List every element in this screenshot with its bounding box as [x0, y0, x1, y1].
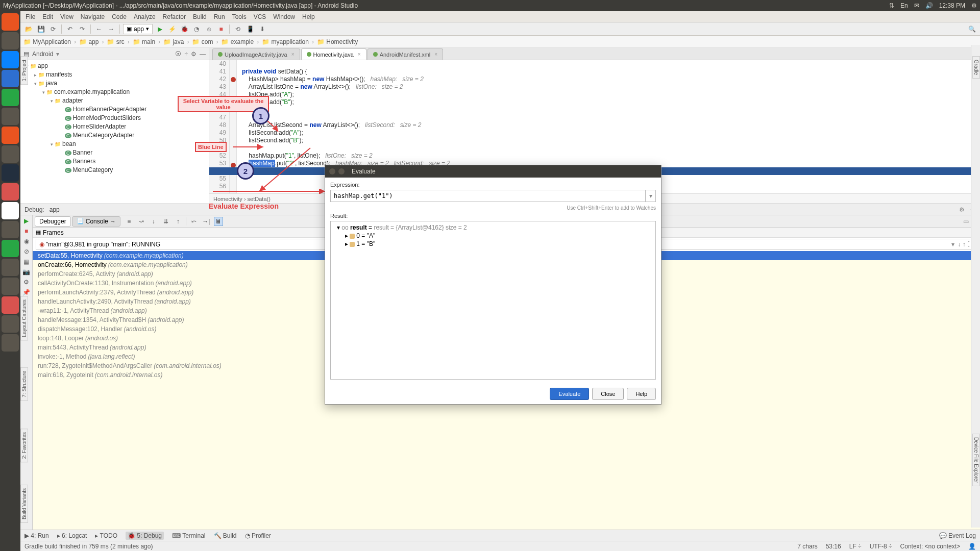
launcher-amazon[interactable] [2, 164, 19, 182]
target-icon[interactable]: ⦿ [175, 51, 181, 58]
launcher-item[interactable] [2, 221, 19, 238]
tree-node[interactable]: java [20, 79, 209, 87]
gear-icon[interactable]: ⚙ [971, 2, 977, 9]
status-lf[interactable]: LF ÷ [849, 543, 862, 550]
close-button[interactable]: Close [592, 388, 624, 400]
pin-icon[interactable]: 📌 [22, 289, 30, 296]
gear-icon[interactable]: ⚙ [191, 51, 197, 58]
tree-node[interactable]: HomeBannerPagerAdapter [20, 105, 209, 113]
tree-node[interactable]: MenuCategoryAdapter [20, 131, 209, 139]
launcher-writer[interactable] [2, 70, 19, 87]
tab-debugger[interactable]: Debugger [35, 216, 71, 227]
editor-tab[interactable]: Homectivity.java× [301, 48, 366, 60]
bottom-tool[interactable]: ▸ 6: Logcat [57, 532, 87, 539]
tree-node[interactable]: Banner [20, 148, 209, 157]
bottom-tool[interactable]: ▶ 4: Run [24, 532, 49, 539]
bottom-tool[interactable]: 🔨 Build [214, 532, 237, 539]
menu-tools[interactable]: Tools [232, 13, 247, 20]
launcher-item[interactable] [2, 240, 19, 257]
hector-icon[interactable]: 👤 [968, 543, 976, 550]
expression-history-dropdown[interactable]: ▾ [646, 190, 656, 202]
bottom-tool[interactable]: ▸ TODO [95, 532, 117, 539]
launcher-chrome[interactable] [2, 202, 19, 219]
force-step-into-icon[interactable]: ⇊ [161, 217, 170, 226]
bottom-tool[interactable]: ◔ Profiler [245, 532, 271, 539]
tree-node[interactable]: app [20, 61, 209, 70]
bottom-tool[interactable]: ⌨ Terminal [172, 532, 205, 539]
show-execution-icon[interactable]: ≡ [125, 217, 134, 226]
launcher-item[interactable] [2, 278, 19, 295]
launcher-calc[interactable] [2, 89, 19, 106]
tree-node[interactable]: bean [20, 139, 209, 148]
event-log[interactable]: 💬 Event Log [939, 532, 976, 539]
menu-help[interactable]: Help [302, 13, 315, 20]
keyboard-lang[interactable]: En [900, 2, 908, 9]
launcher-dash[interactable] [2, 13, 19, 31]
menu-view[interactable]: View [60, 13, 74, 20]
menu-vcs[interactable]: VCS [254, 13, 266, 20]
gear-icon[interactable]: ⚙ [959, 206, 965, 213]
tree-node[interactable]: MenuCategory [20, 165, 209, 174]
redo-icon[interactable]: ↷ [77, 24, 87, 34]
settings-icon[interactable]: ⚙ [23, 279, 29, 286]
rerun-icon[interactable]: ▶ [24, 217, 29, 224]
launcher-item[interactable] [2, 259, 19, 276]
camera-icon[interactable]: 📷 [22, 268, 30, 276]
avd-icon[interactable]: 📱 [245, 24, 255, 34]
breadcrumb-item[interactable]: 📁 src [107, 38, 124, 45]
evaluate-expression-icon[interactable]: 🖩 [214, 217, 223, 226]
sync-icon[interactable]: ⟲ [233, 24, 243, 34]
breadcrumb-item[interactable]: 📁 main [133, 38, 155, 45]
editor-tab[interactable]: UploadImageActivity.java× [212, 48, 300, 60]
back-icon[interactable]: ← [94, 24, 104, 34]
tab-console[interactable]: 📃 Console → [72, 216, 120, 227]
mail-icon[interactable]: ✉ [914, 2, 919, 9]
launcher-files[interactable] [2, 32, 19, 49]
step-into-icon[interactable]: ↓ [149, 217, 158, 226]
breadcrumb-item[interactable]: 📁 myapplication [262, 38, 309, 45]
project-tree[interactable]: app manifests java com.example.myapplica… [20, 60, 209, 204]
refresh-icon[interactable]: ⟳ [48, 24, 58, 34]
menu-build[interactable]: Build [193, 13, 207, 20]
side-tab-project[interactable]: 1: Project [20, 56, 28, 85]
breadcrumb-item[interactable]: 📁 MyApplication [23, 38, 71, 45]
menu-analyze[interactable]: Analyze [134, 13, 156, 20]
project-mode[interactable]: Android [32, 51, 53, 58]
forward-icon[interactable]: → [106, 24, 116, 34]
status-context[interactable]: Context: <no context> [900, 543, 960, 550]
side-tab-captures[interactable]: Layout Captures [20, 296, 28, 340]
status-pos[interactable]: 53:16 [826, 543, 841, 550]
menu-refactor[interactable]: Refactor [163, 13, 186, 20]
side-tab-device-explorer[interactable]: Device File Explorer [972, 434, 980, 486]
mute-breakpoints-icon[interactable]: ⊘ [24, 248, 29, 255]
menu-navigate[interactable]: Navigate [81, 13, 105, 20]
run-to-cursor-icon[interactable]: →| [202, 217, 211, 226]
expression-input[interactable] [330, 190, 646, 202]
launcher-firefox[interactable] [2, 51, 19, 68]
breadcrumb-item[interactable]: 📁 example [221, 38, 254, 45]
bottom-tool[interactable]: 🐞 5: Debug [126, 532, 164, 540]
run-icon[interactable]: ▶ [155, 24, 165, 34]
launcher-software[interactable] [2, 127, 19, 144]
hide-icon[interactable]: — [200, 51, 206, 58]
open-icon[interactable]: 📂 [23, 24, 34, 34]
collapse-icon[interactable]: ÷ [184, 51, 188, 58]
menu-file[interactable]: File [26, 13, 35, 20]
layout-icon[interactable]: ▦ [23, 258, 29, 265]
run-config-combo[interactable]: ▣ app ▾ [123, 24, 153, 34]
launcher-settings[interactable] [2, 183, 19, 201]
view-breakpoints-icon[interactable]: ◉ [24, 238, 29, 245]
save-icon[interactable]: 💾 [36, 24, 46, 34]
apply-changes-icon[interactable]: ⚡ [167, 24, 177, 34]
restore-layout-icon[interactable]: ▭ [963, 218, 969, 225]
tree-node[interactable]: com.example.myapplication [20, 87, 209, 96]
tree-node[interactable]: Banners [20, 157, 209, 165]
tree-node[interactable]: HomeSliderAdapter [20, 122, 209, 131]
breadcrumb-item[interactable]: 📁 Homectivity [317, 38, 358, 45]
launcher-android-studio[interactable] [2, 145, 19, 163]
menu-edit[interactable]: Edit [42, 13, 53, 20]
tree-node[interactable]: manifests [20, 70, 209, 79]
breadcrumb-item[interactable]: 📁 java [163, 38, 184, 45]
network-icon[interactable]: ⇅ [889, 2, 894, 9]
attach-icon[interactable]: ⎋ [204, 24, 214, 34]
